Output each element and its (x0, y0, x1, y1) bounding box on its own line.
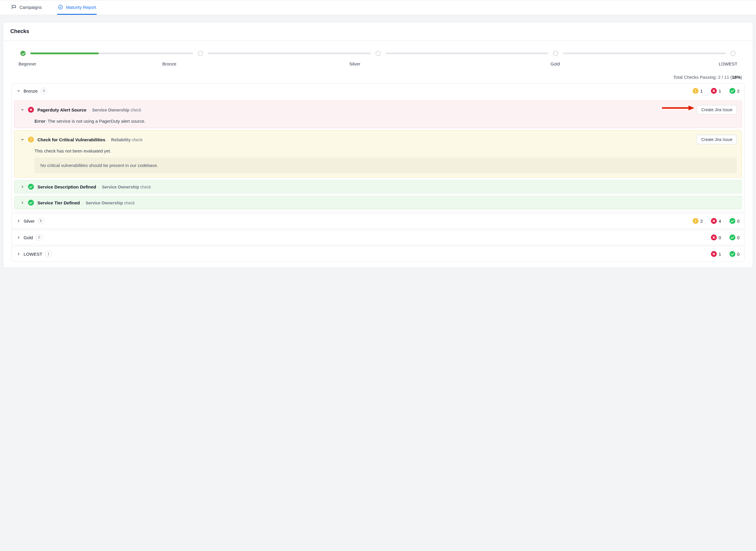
stat-ok: 0 (729, 218, 739, 224)
check-title: Service Tier Defined (37, 200, 80, 205)
ok-icon (729, 88, 735, 94)
stage-dot-silver (375, 51, 381, 56)
tab-label: Campaigns (19, 5, 42, 10)
stat-ok: 0 (729, 234, 739, 240)
error-icon (28, 107, 34, 113)
stat-value: 2 (737, 88, 739, 93)
tab-maturity-report[interactable]: Maturity Report (57, 0, 97, 15)
tabs-bar: Campaigns Maturity Report (0, 0, 756, 15)
level-silver: Silver6240 (11, 213, 745, 228)
level-name: LOWEST (24, 251, 42, 256)
error-icon (711, 234, 717, 240)
stat-err: 1 (711, 88, 721, 94)
stage-bar (30, 52, 193, 54)
stage-dot-gold (553, 51, 558, 56)
totals-line: Total Checks Passing: 2 / 11 (18%) (11, 66, 745, 83)
level-header[interactable]: Silver6240 (12, 213, 744, 228)
check-category: Service Ownership (92, 108, 129, 112)
check-body: This check has not been evaluated yet. (20, 148, 737, 153)
create-jira-issue-button[interactable]: Create Jira Issue (697, 105, 737, 114)
stat-warn: 1 (693, 88, 703, 94)
level-count-badge: 6 (38, 218, 44, 224)
stat-ok: 2 (729, 88, 739, 94)
level-header[interactable]: LOWEST110 (12, 246, 744, 261)
ok-icon (28, 184, 34, 190)
chevron-down-icon (17, 89, 21, 93)
ok-icon (28, 200, 34, 205)
stage-dot-beginner (20, 51, 26, 56)
level-name: Gold (24, 235, 33, 240)
stat-value: 0 (737, 251, 739, 256)
totals-total: 11 (724, 75, 729, 80)
check-body-text: This check has not been evaluated yet. (34, 148, 111, 153)
create-jira-issue-button[interactable]: Create Jira Issue (697, 135, 737, 144)
check-body-sep: : (45, 119, 48, 124)
stat-value: 0 (737, 218, 739, 223)
check-row-warning: Check for Critical Vulnerabilities · Rel… (14, 130, 742, 177)
check-row-ok: Service Description Defined · Service Ow… (14, 180, 742, 193)
level-name: Bronze (24, 88, 38, 93)
level-header-bronze[interactable]: Bronze 4 1 1 2 (12, 83, 744, 98)
chevron-down-icon[interactable] (20, 108, 24, 112)
level-name: Silver (24, 218, 35, 223)
chevron-right-icon[interactable] (20, 200, 24, 205)
level-bronze: Bronze 4 1 1 2 Pagerduty Alert Source · … (11, 83, 745, 212)
check-note: No critical vulnerabilities should be pr… (34, 157, 737, 173)
stat-value: 1 (719, 251, 721, 256)
stage-dot-bronze (198, 51, 203, 56)
stage-progress (11, 47, 745, 58)
warn-icon (693, 218, 699, 224)
check-suffix: check (124, 200, 135, 205)
stage-label: Beginner (19, 61, 90, 66)
check-row-error: Pagerduty Alert Source · Service Ownersh… (14, 101, 742, 128)
stat-value: 2 (700, 218, 703, 223)
stage-bar (208, 52, 370, 54)
warn-icon (28, 136, 34, 142)
level-header[interactable]: Gold000 (12, 230, 744, 245)
totals-prefix: Total Checks Passing: (673, 75, 718, 80)
checks-panel: Checks Beginner Bronze Silver Gold LOWES… (3, 22, 753, 268)
check-suffix: check (132, 137, 143, 142)
check-suffix: check (131, 108, 141, 112)
error-icon (711, 88, 717, 94)
stat-value: 1 (700, 88, 703, 93)
tab-campaigns[interactable]: Campaigns (11, 0, 42, 15)
stat-value: 0 (719, 235, 721, 240)
totals-passing: 2 (718, 75, 720, 80)
level-count-badge: 0 (36, 234, 42, 241)
ok-icon (729, 234, 735, 240)
stat-warn: 2 (693, 218, 703, 224)
totals-sep: / (721, 75, 724, 80)
level-count-badge: 4 (41, 88, 47, 94)
check-body: Error: The service is not using a PagerD… (20, 119, 737, 124)
tab-label: Maturity Report (66, 5, 96, 10)
annotation-arrow (662, 105, 694, 111)
chevron-right-icon[interactable] (20, 185, 24, 189)
check-body-text: The service is not using a PagerDuty ale… (48, 119, 146, 124)
error-icon (711, 251, 717, 257)
totals-pct: 18% (732, 75, 741, 80)
stat-value: 0 (737, 235, 739, 240)
check-row-ok: Service Tier Defined · Service Ownership… (14, 196, 742, 209)
stat-err: 1 (711, 251, 721, 257)
stage-label: Silver (263, 61, 450, 66)
check-category: Reliability (111, 137, 131, 142)
chevron-right-icon (17, 252, 21, 256)
ok-icon (729, 251, 735, 257)
flag-icon (11, 4, 17, 10)
chevron-down-icon[interactable] (20, 137, 24, 141)
panel-title: Checks (3, 22, 753, 41)
stage-label: Bronze (90, 61, 263, 66)
check-title: Check for Critical Vulnerabilities (37, 137, 105, 142)
totals-close: ) (741, 75, 742, 80)
chevron-right-icon (17, 219, 21, 223)
stage-bar-fill (30, 52, 99, 54)
chevron-right-icon (17, 235, 21, 239)
stat-value: 1 (719, 88, 721, 93)
stat-value: 4 (719, 218, 721, 223)
warn-icon (693, 88, 699, 94)
level-count-badge: 1 (45, 251, 52, 257)
stat-ok: 0 (729, 251, 739, 257)
stage-label: LOWEST (637, 61, 738, 66)
svg-marker-2 (689, 106, 694, 110)
